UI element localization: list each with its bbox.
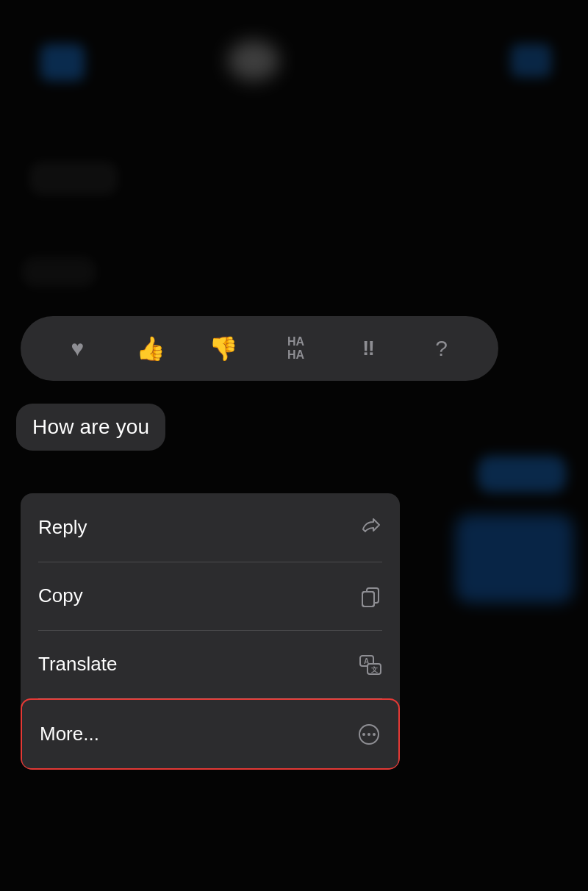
haha-icon: HAHA [287, 335, 304, 361]
translate-label: Translate [38, 653, 117, 676]
context-menu: Reply Copy Translate A 文 [21, 493, 400, 770]
message-bubble: How are you [16, 404, 165, 451]
reaction-heart[interactable]: ♥ [59, 329, 97, 368]
more-menu-item[interactable]: More... [22, 700, 398, 768]
reply-label: Reply [38, 516, 87, 539]
reply-icon [359, 516, 382, 540]
reply-menu-item[interactable]: Reply [21, 493, 400, 562]
translate-icon: A 文 [359, 653, 382, 676]
thumbs-up-icon: 👍 [136, 334, 165, 362]
thumbs-down-icon: 👎 [209, 334, 238, 362]
svg-point-9 [368, 733, 370, 736]
copy-menu-item[interactable]: Copy [21, 562, 400, 630]
reaction-thumbs-down[interactable]: 👎 [204, 329, 243, 368]
reaction-exclamation[interactable]: ‼ [350, 329, 388, 368]
question-icon: ? [435, 336, 448, 361]
copy-icon [359, 584, 382, 608]
translate-menu-item[interactable]: Translate A 文 [21, 630, 400, 698]
svg-text:文: 文 [371, 666, 378, 673]
exclamation-icon: ‼ [362, 337, 375, 360]
more-icon [357, 723, 381, 746]
reaction-bar: ♥ 👍 👎 HAHA ‼ ? [21, 316, 498, 381]
reaction-haha[interactable]: HAHA [277, 329, 315, 368]
svg-point-10 [373, 733, 376, 736]
reaction-thumbs-up[interactable]: 👍 [132, 329, 170, 368]
copy-label: Copy [38, 584, 83, 607]
svg-point-8 [362, 733, 365, 736]
more-label: More... [40, 723, 99, 745]
svg-rect-1 [362, 592, 374, 606]
more-menu-item-container: More... [21, 698, 400, 770]
message-text: How are you [32, 415, 149, 438]
heart-icon: ♥ [71, 336, 85, 361]
reaction-question[interactable]: ? [423, 329, 461, 368]
